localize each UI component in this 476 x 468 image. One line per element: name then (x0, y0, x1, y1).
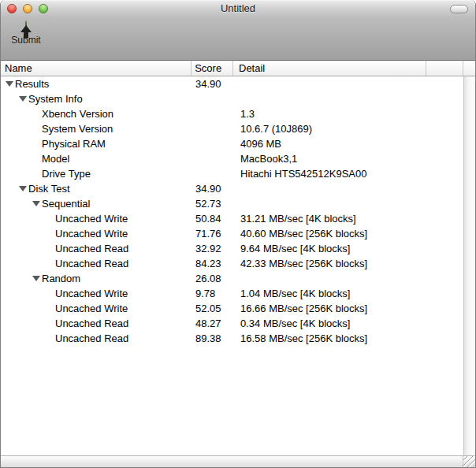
row-name: Uncached Read (55, 331, 128, 346)
row-detail: 10.6.7 (10J869) (240, 121, 312, 136)
column-header-name[interactable]: Name (1, 61, 192, 76)
disclosure-triangle-icon[interactable] (19, 96, 27, 102)
disclosure-triangle-icon[interactable] (6, 81, 13, 87)
table-row[interactable]: Sequential 52.73 (1, 196, 463, 211)
row-detail: 31.21 MB/sec [4K blocks] (240, 211, 356, 226)
column-header-score[interactable]: Score (192, 61, 233, 76)
row-score: 52.05 (195, 301, 221, 316)
row-detail: 16.58 MB/sec [256K blocks] (240, 331, 367, 346)
table-row[interactable]: Uncached Read 48.27 0.34 MB/sec [4K bloc… (1, 316, 463, 331)
row-name: Random (42, 271, 80, 286)
row-detail: 0.34 MB/sec [4K blocks] (240, 316, 350, 331)
row-name: Uncached Write (55, 211, 128, 226)
row-score: 71.76 (195, 226, 221, 241)
table-row[interactable]: Random 26.08 (1, 271, 463, 286)
row-score: 50.84 (195, 211, 221, 226)
disclosure-triangle-icon[interactable] (32, 276, 40, 281)
row-detail: 1.04 MB/sec [4K blocks] (240, 286, 350, 301)
table-row[interactable]: System Info (1, 91, 463, 106)
row-detail: 40.60 MB/sec [256K blocks] (240, 226, 367, 241)
row-detail: 42.33 MB/sec [256K blocks] (240, 256, 367, 271)
toolbar: Submit (1, 17, 475, 61)
table-row[interactable]: Uncached Write 71.76 40.60 MB/sec [256K … (1, 226, 463, 241)
table-row[interactable]: Physical RAM 4096 MB (1, 136, 463, 151)
disclosure-triangle-icon[interactable] (32, 201, 40, 206)
outline-view: Results 34.90 System Info Xbench Version… (1, 76, 475, 455)
row-name: Sequential (42, 196, 90, 211)
column-header-detail[interactable]: Detail (233, 61, 426, 76)
submit-up-arrow-icon (25, 20, 27, 34)
table-row[interactable]: Uncached Read 89.38 16.58 MB/sec [256K b… (1, 331, 463, 346)
row-detail: 4096 MB (240, 136, 281, 151)
column-header-filler (426, 61, 463, 76)
resize-grip-icon[interactable] (463, 456, 475, 468)
table-row[interactable]: Uncached Write 50.84 31.21 MB/sec [4K bl… (1, 211, 463, 226)
bottom-bar (1, 455, 475, 468)
vertical-scrollbar[interactable] (463, 76, 475, 455)
app-window: Untitled Submit Name Score Detail Result… (0, 0, 476, 468)
row-score: 52.73 (195, 196, 221, 211)
scrollbar-corner (463, 61, 475, 76)
table-row[interactable]: Drive Type Hitachi HTS542512K9SA00 (1, 166, 463, 181)
rows-container: Results 34.90 System Info Xbench Version… (1, 76, 463, 455)
row-detail: 16.66 MB/sec [256K blocks] (240, 301, 367, 316)
row-score: 34.90 (195, 76, 221, 91)
row-name: Uncached Write (55, 301, 128, 316)
table-row[interactable]: System Version 10.6.7 (10J869) (1, 121, 463, 136)
table-row[interactable]: Uncached Write 9.78 1.04 MB/sec [4K bloc… (1, 286, 463, 301)
table-row[interactable]: Xbench Version 1.3 (1, 106, 463, 121)
row-name: Uncached Read (55, 256, 128, 271)
table-row[interactable]: Uncached Read 84.23 42.33 MB/sec [256K b… (1, 256, 463, 271)
row-name: Disk Test (28, 181, 70, 196)
table-row[interactable]: Model MacBook3,1 (1, 151, 463, 166)
row-name: Physical RAM (42, 136, 106, 151)
table-header: Name Score Detail (1, 61, 475, 76)
row-score: 48.27 (195, 316, 221, 331)
row-name: Xbench Version (42, 106, 113, 121)
row-name: System Version (42, 121, 113, 136)
row-score: 26.08 (195, 271, 221, 286)
row-score: 9.78 (195, 286, 215, 301)
row-detail: 9.64 MB/sec [4K blocks] (240, 241, 350, 256)
row-name: Uncached Write (55, 286, 128, 301)
row-name: Uncached Read (55, 316, 128, 331)
table-row[interactable]: Uncached Read 32.92 9.64 MB/sec [4K bloc… (1, 241, 463, 256)
row-name: Drive Type (42, 166, 91, 181)
row-score: 89.38 (195, 331, 221, 346)
row-name: Results (15, 76, 49, 91)
row-detail: 1.3 (240, 106, 255, 121)
titlebar[interactable]: Untitled (1, 0, 475, 17)
row-name: Uncached Read (55, 241, 128, 256)
table-row[interactable]: Disk Test 34.90 (1, 181, 463, 196)
row-name: System Info (28, 91, 83, 106)
row-score: 32.92 (195, 241, 221, 256)
submit-button[interactable]: Submit (10, 21, 42, 46)
disclosure-triangle-icon[interactable] (19, 186, 27, 191)
table-row[interactable]: Uncached Write 52.05 16.66 MB/sec [256K … (1, 301, 463, 316)
horizontal-scrollbar[interactable] (1, 456, 463, 468)
table-row[interactable]: Results 34.90 (1, 76, 463, 91)
row-score: 34.90 (195, 181, 221, 196)
row-detail: Hitachi HTS542512K9SA00 (240, 166, 366, 181)
window-title: Untitled (1, 0, 475, 17)
toolbar-toggle-button[interactable] (450, 5, 468, 13)
row-name: Model (42, 151, 69, 166)
row-score: 84.23 (195, 256, 221, 271)
row-detail: MacBook3,1 (240, 151, 297, 166)
row-name: Uncached Write (55, 226, 128, 241)
